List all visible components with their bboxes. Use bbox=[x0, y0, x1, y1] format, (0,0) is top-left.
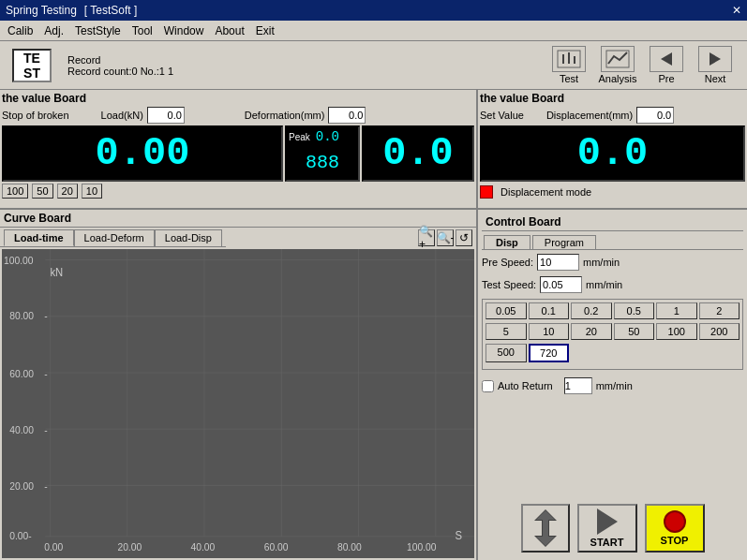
svg-rect-45 bbox=[543, 520, 548, 537]
main-content: the value Board Stop of broken Load(kN) … bbox=[0, 90, 747, 560]
tab-load-disp[interactable]: Load-Disp bbox=[155, 229, 222, 246]
speed-200[interactable]: 200 bbox=[699, 323, 740, 340]
menu-teststyle[interactable]: TestStyle bbox=[71, 23, 125, 38]
record-count: Record count:0 No.:1 1 bbox=[67, 66, 173, 77]
test-speed-label: Test Speed: bbox=[482, 279, 536, 290]
speed-720[interactable]: 720 bbox=[529, 344, 570, 362]
speed-1[interactable]: 1 bbox=[656, 302, 697, 319]
speed-500[interactable]: 500 bbox=[486, 344, 527, 362]
speed-5[interactable]: 5 bbox=[486, 323, 527, 340]
deformation-value[interactable] bbox=[328, 107, 366, 124]
menu-window[interactable]: Window bbox=[160, 23, 208, 38]
speed-20[interactable]: 20 bbox=[571, 323, 612, 340]
test-speed-row: Test Speed: mm/min bbox=[482, 276, 743, 293]
svg-text:80.00: 80.00 bbox=[9, 310, 34, 322]
doc-title: [ TestSoft ] bbox=[84, 4, 137, 17]
pre-speed-label: Pre Speed: bbox=[482, 257, 533, 268]
menu-calib[interactable]: Calib bbox=[4, 23, 37, 38]
stop-broken-label: Stop of broken bbox=[2, 110, 69, 121]
svg-text:100.00: 100.00 bbox=[4, 255, 33, 267]
speed-grid-row1: 0.05 0.1 0.2 0.5 1 2 bbox=[486, 302, 740, 319]
next-label: Next bbox=[705, 73, 726, 84]
displacement-mode-label: Displacement mode bbox=[500, 186, 591, 198]
scale-100[interactable]: 100 bbox=[2, 184, 28, 199]
speed-grid-row3: 500 720 bbox=[486, 344, 740, 362]
pre-speed-row: Pre Speed: mm/min bbox=[482, 254, 743, 271]
svg-text:20.00: 20.00 bbox=[9, 479, 34, 492]
value-board-left: the value Board Stop of broken Load(kN) … bbox=[0, 90, 478, 208]
stop-button[interactable]: STOP bbox=[645, 504, 705, 553]
toolbar: TEST Record Record count:0 No.:1 1 Test bbox=[0, 41, 747, 90]
svg-text:40.00: 40.00 bbox=[9, 423, 34, 435]
tab-program[interactable]: Program bbox=[532, 235, 596, 249]
scale-50[interactable]: 50 bbox=[32, 184, 52, 199]
load-label: Load(kN) bbox=[101, 110, 143, 121]
chart-area: 100.00 80.00 60.00 40.00 20.00 0.00- - -… bbox=[2, 249, 474, 558]
svg-text:-: - bbox=[44, 310, 48, 322]
test-speed-unit: mm/min bbox=[586, 279, 622, 290]
scale-20[interactable]: 20 bbox=[57, 184, 78, 199]
speed-2[interactable]: 2 bbox=[699, 302, 740, 319]
load-value[interactable] bbox=[147, 107, 185, 124]
reset-view-button[interactable]: ↺ bbox=[456, 229, 472, 246]
svg-text:-: - bbox=[44, 423, 48, 435]
speed-empty3 bbox=[656, 344, 697, 362]
pre-speed-input[interactable] bbox=[537, 254, 579, 271]
speed-100[interactable]: 100 bbox=[656, 323, 697, 340]
speed-02[interactable]: 0.2 bbox=[571, 302, 612, 319]
deform-led-display: 0.0 bbox=[362, 125, 474, 182]
speed-empty4 bbox=[699, 344, 740, 362]
pre-speed-unit: mm/min bbox=[583, 257, 620, 268]
tab-disp[interactable]: Disp bbox=[484, 235, 530, 249]
app-title: Spring Testing bbox=[6, 4, 77, 17]
analysis-button[interactable]: Analysis bbox=[597, 46, 638, 84]
menu-about[interactable]: About bbox=[211, 23, 247, 38]
auto-return-row: Auto Return mm/min bbox=[482, 377, 743, 394]
bottom-panels: Curve Board Load-time Load-Deform Load-D… bbox=[0, 210, 747, 560]
test-button[interactable]: Test bbox=[548, 46, 590, 84]
zoom-out-button[interactable]: 🔍- bbox=[437, 229, 454, 246]
action-buttons: START STOP bbox=[482, 500, 743, 556]
test-speed-input[interactable] bbox=[540, 276, 582, 293]
speed-10[interactable]: 10 bbox=[529, 323, 570, 340]
close-button[interactable]: ✕ bbox=[732, 4, 741, 17]
next-button[interactable]: Next bbox=[695, 46, 736, 84]
displacement-value[interactable] bbox=[636, 107, 674, 124]
stop-label: STOP bbox=[661, 535, 689, 546]
curve-tabs: Load-time Load-Deform Load-Disp bbox=[0, 228, 226, 247]
logo: TEST bbox=[12, 49, 52, 82]
auto-return-input[interactable] bbox=[564, 377, 592, 394]
tab-load-time[interactable]: Load-time bbox=[4, 229, 74, 246]
start-button[interactable]: START bbox=[577, 504, 637, 553]
zoom-in-button[interactable]: 🔍+ bbox=[418, 229, 435, 246]
value-board-right: the value Board Set Value Displacement(m… bbox=[478, 90, 747, 208]
menu-exit[interactable]: Exit bbox=[252, 23, 278, 38]
auto-return-checkbox[interactable] bbox=[482, 380, 494, 392]
control-tabs: Disp Program bbox=[482, 231, 743, 250]
scale-10[interactable]: 10 bbox=[82, 184, 102, 199]
speed-01[interactable]: 0.1 bbox=[529, 302, 570, 319]
svg-text:40.00: 40.00 bbox=[191, 540, 216, 553]
speed-50[interactable]: 50 bbox=[614, 323, 655, 340]
svg-text:S: S bbox=[455, 529, 462, 543]
svg-text:60.00: 60.00 bbox=[264, 540, 289, 553]
auto-return-unit: mm/min bbox=[596, 380, 633, 391]
peak-display: Peak 0.0 888 bbox=[285, 125, 360, 182]
speed-005[interactable]: 0.05 bbox=[486, 302, 527, 319]
up-down-button[interactable] bbox=[521, 504, 570, 553]
svg-marker-6 bbox=[710, 52, 721, 66]
left-board-title: the value Board bbox=[2, 92, 474, 105]
menu-tool[interactable]: Tool bbox=[128, 23, 157, 38]
top-panels: the value Board Stop of broken Load(kN) … bbox=[0, 90, 747, 210]
displacement-indicator bbox=[480, 185, 493, 199]
svg-text:kN: kN bbox=[50, 265, 63, 279]
svg-text:0.00: 0.00 bbox=[44, 540, 63, 553]
tab-load-deform[interactable]: Load-Deform bbox=[74, 229, 155, 246]
curve-board: Curve Board Load-time Load-Deform Load-D… bbox=[0, 210, 478, 560]
svg-marker-43 bbox=[536, 510, 555, 520]
speed-05[interactable]: 0.5 bbox=[614, 302, 655, 319]
pre-button[interactable]: Pre bbox=[646, 46, 687, 84]
menu-adj[interactable]: Adj. bbox=[40, 23, 67, 38]
title-bar: Spring Testing [ TestSoft ] ✕ bbox=[0, 0, 747, 21]
control-board: Control Board Disp Program Pre Speed: mm… bbox=[478, 210, 747, 560]
